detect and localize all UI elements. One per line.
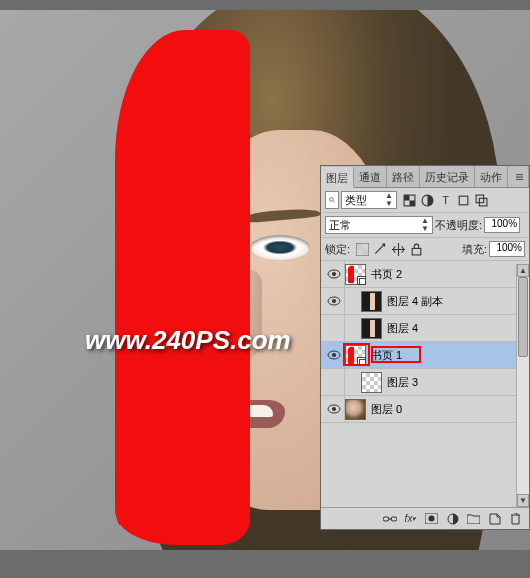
layer-name[interactable]: 图层 4 bbox=[387, 321, 418, 336]
layer-thumbnail[interactable] bbox=[361, 372, 382, 393]
mask-icon[interactable] bbox=[424, 511, 439, 526]
opacity-value[interactable]: 100% bbox=[484, 217, 520, 233]
layer-name[interactable]: 图层 4 副本 bbox=[387, 294, 443, 309]
tab-channels[interactable]: 通道 bbox=[354, 166, 387, 187]
layer-name[interactable]: 书页 1 bbox=[371, 348, 402, 363]
layer-thumbnail[interactable] bbox=[345, 345, 366, 366]
red-page-shape bbox=[115, 30, 250, 525]
lock-all-icon[interactable] bbox=[410, 243, 423, 256]
lock-label: 锁定: bbox=[325, 242, 350, 257]
visibility-toggle[interactable] bbox=[323, 342, 345, 368]
layers-panel: 图层 通道 路径 历史记录 动作 类型 ▲▼ T 正常 ▲▼ 不透明度: 100 bbox=[320, 165, 530, 530]
smart-object-badge-icon bbox=[357, 276, 366, 285]
trash-icon[interactable] bbox=[508, 511, 523, 526]
layer-name[interactable]: 图层 3 bbox=[387, 375, 418, 390]
layer-row[interactable]: 图层 0 bbox=[321, 396, 529, 423]
layer-row[interactable]: 书页 1 bbox=[321, 342, 529, 369]
watermark-text: www.240PS.com bbox=[85, 325, 291, 356]
photo-eye bbox=[250, 235, 310, 260]
panel-tabs: 图层 通道 路径 历史记录 动作 bbox=[321, 166, 529, 188]
lock-pixel-icon[interactable] bbox=[374, 243, 387, 256]
filter-row: 类型 ▲▼ T bbox=[321, 188, 529, 213]
scroll-down-icon[interactable]: ▼ bbox=[517, 494, 529, 507]
layer-row[interactable]: 书页 2 bbox=[321, 261, 529, 288]
filter-adjust-icon[interactable] bbox=[421, 194, 434, 207]
svg-point-17 bbox=[332, 353, 336, 357]
layer-row[interactable]: 图层 4 bbox=[321, 315, 529, 342]
layer-name[interactable]: 书页 2 bbox=[371, 267, 402, 282]
filter-pixel-icon[interactable] bbox=[403, 194, 416, 207]
visibility-toggle[interactable] bbox=[323, 288, 345, 314]
filter-text-icon[interactable]: T bbox=[439, 194, 452, 207]
svg-rect-5 bbox=[459, 196, 468, 205]
filter-shape-icon[interactable] bbox=[457, 194, 470, 207]
filter-icons: T bbox=[403, 194, 488, 207]
filter-search-dropdown[interactable] bbox=[325, 191, 339, 209]
lock-row: 锁定: 填充: 100% bbox=[321, 238, 529, 261]
new-layer-icon[interactable] bbox=[487, 511, 502, 526]
tab-history[interactable]: 历史记录 bbox=[420, 166, 475, 187]
svg-point-23 bbox=[429, 516, 435, 522]
svg-rect-9 bbox=[363, 249, 370, 256]
scroll-up-icon[interactable]: ▲ bbox=[517, 264, 529, 277]
layer-name[interactable]: 图层 0 bbox=[371, 402, 402, 417]
tab-paths[interactable]: 路径 bbox=[387, 166, 420, 187]
lock-position-icon[interactable] bbox=[392, 243, 405, 256]
visibility-toggle[interactable] bbox=[323, 369, 345, 395]
lock-transparent-icon[interactable] bbox=[356, 243, 369, 256]
layer-thumbnail[interactable] bbox=[345, 399, 366, 420]
group-icon[interactable] bbox=[466, 511, 481, 526]
filter-type-label: 类型 bbox=[345, 193, 367, 208]
svg-point-0 bbox=[330, 198, 334, 202]
layer-row[interactable]: 图层 3 bbox=[321, 369, 529, 396]
svg-rect-11 bbox=[412, 248, 421, 255]
tab-actions[interactable]: 动作 bbox=[475, 166, 508, 187]
lock-icons bbox=[356, 243, 423, 256]
svg-point-13 bbox=[332, 272, 336, 276]
scroll-track[interactable] bbox=[517, 277, 529, 494]
smart-object-badge-icon bbox=[357, 357, 366, 366]
dropdown-arrows-icon: ▲▼ bbox=[385, 192, 393, 208]
adjustment-icon[interactable] bbox=[445, 511, 460, 526]
panel-menu-icon[interactable] bbox=[511, 166, 529, 187]
blend-mode-dropdown[interactable]: 正常 ▲▼ bbox=[325, 216, 433, 234]
visibility-toggle[interactable] bbox=[323, 396, 345, 422]
visibility-toggle[interactable] bbox=[323, 261, 345, 287]
dropdown-arrows-icon: ▲▼ bbox=[421, 217, 429, 233]
layer-row[interactable]: 图层 4 副本 bbox=[321, 288, 529, 315]
layer-thumbnail[interactable] bbox=[361, 318, 382, 339]
layer-thumbnail[interactable] bbox=[345, 264, 366, 285]
opacity-label: 不透明度: bbox=[435, 218, 482, 233]
layers-scrollbar[interactable]: ▲ ▼ bbox=[516, 264, 529, 507]
fill-value[interactable]: 100% bbox=[489, 241, 525, 257]
filter-type-dropdown[interactable]: 类型 ▲▼ bbox=[341, 191, 397, 209]
layers-list: 书页 2图层 4 副本图层 4书页 1图层 3图层 0 bbox=[321, 261, 529, 507]
svg-rect-2 bbox=[404, 195, 409, 200]
svg-point-15 bbox=[332, 299, 336, 303]
filter-smart-icon[interactable] bbox=[475, 194, 488, 207]
blend-row: 正常 ▲▼ 不透明度: 100% bbox=[321, 213, 529, 238]
link-layers-icon[interactable] bbox=[382, 511, 397, 526]
fill-label: 填充: bbox=[462, 242, 487, 257]
layer-thumbnail[interactable] bbox=[361, 291, 382, 312]
visibility-toggle[interactable] bbox=[323, 315, 345, 341]
svg-rect-8 bbox=[356, 243, 363, 250]
scroll-thumb[interactable] bbox=[518, 277, 528, 357]
svg-rect-3 bbox=[410, 200, 415, 205]
svg-point-19 bbox=[332, 407, 336, 411]
tab-layers[interactable]: 图层 bbox=[321, 167, 354, 188]
panel-footer: fx▾ bbox=[321, 507, 529, 529]
blend-mode-value: 正常 bbox=[329, 218, 351, 233]
fx-icon[interactable]: fx▾ bbox=[403, 511, 418, 526]
